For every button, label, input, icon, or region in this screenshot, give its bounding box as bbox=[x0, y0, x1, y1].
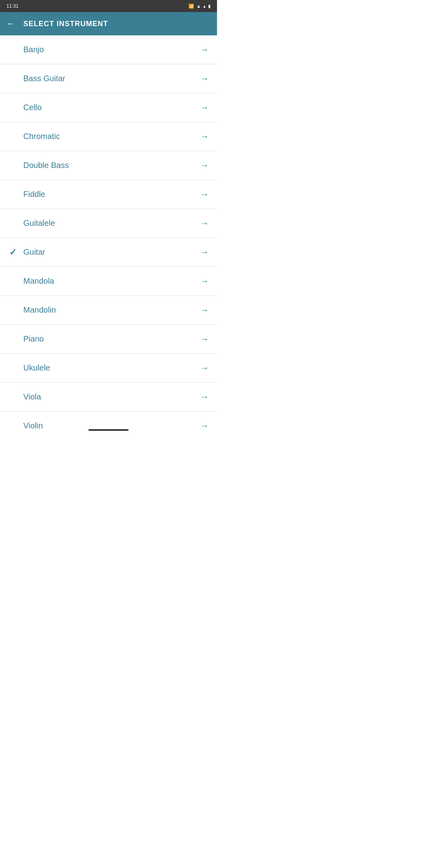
instrument-name-chromatic: Chromatic bbox=[23, 132, 60, 141]
instrument-item-cello[interactable]: ✓Cello→ bbox=[0, 93, 217, 122]
instrument-item-fiddle[interactable]: ✓Fiddle→ bbox=[0, 180, 217, 209]
arrow-icon-banjo: → bbox=[200, 45, 209, 55]
instrument-name-piano: Piano bbox=[23, 334, 44, 344]
instrument-item-viola[interactable]: ✓Viola→ bbox=[0, 383, 217, 411]
status-time: 11:31 bbox=[6, 3, 18, 9]
back-button[interactable]: ← bbox=[6, 18, 15, 29]
instrument-item-bass-guitar[interactable]: ✓Bass Guitar→ bbox=[0, 64, 217, 93]
instrument-item-guitar[interactable]: ✓Guitar→ bbox=[0, 238, 217, 267]
instrument-item-mandola[interactable]: ✓Mandola→ bbox=[0, 267, 217, 296]
instrument-item-double-bass[interactable]: ✓Double Bass→ bbox=[0, 151, 217, 180]
arrow-icon-double-bass: → bbox=[200, 160, 209, 171]
instrument-item-banjo[interactable]: ✓Banjo→ bbox=[0, 35, 217, 64]
instrument-name-ukulele: Ukulele bbox=[23, 363, 50, 373]
battery-icon: ▮ bbox=[208, 4, 211, 9]
sim-icon: 📶 bbox=[188, 4, 194, 9]
instrument-name-double-bass: Double Bass bbox=[23, 161, 69, 170]
arrow-icon-fiddle: → bbox=[200, 189, 209, 200]
instrument-name-viola: Viola bbox=[23, 392, 41, 401]
arrow-icon-mandolin: → bbox=[200, 305, 209, 315]
arrow-icon-mandola: → bbox=[200, 276, 209, 287]
instrument-list: ✓Banjo→✓Bass Guitar→✓Cello→✓Chromatic→✓D… bbox=[0, 35, 217, 434]
instrument-name-bass-guitar: Bass Guitar bbox=[23, 74, 65, 83]
arrow-icon-viola: → bbox=[200, 392, 209, 402]
instrument-name-fiddle: Fiddle bbox=[23, 190, 45, 199]
arrow-icon-guitar: → bbox=[200, 247, 209, 258]
home-indicator bbox=[88, 429, 129, 431]
instrument-item-piano[interactable]: ✓Piano→ bbox=[0, 325, 217, 354]
instrument-name-guitar: Guitar bbox=[23, 248, 45, 257]
status-bar: 11:31 📶 ▲ ▴ ▮ bbox=[0, 0, 217, 12]
status-icons: 📶 ▲ ▴ ▮ bbox=[188, 4, 211, 9]
instrument-name-mandola: Mandola bbox=[23, 276, 54, 286]
arrow-icon-chromatic: → bbox=[200, 131, 209, 142]
arrow-icon-piano: → bbox=[200, 334, 209, 344]
instrument-item-chromatic[interactable]: ✓Chromatic→ bbox=[0, 122, 217, 151]
instrument-name-mandolin: Mandolin bbox=[23, 305, 56, 315]
instrument-name-violin: Violin bbox=[23, 421, 43, 430]
wifi-icon: ▲ bbox=[197, 4, 201, 8]
page-title: SELECT INSTRUMENT bbox=[23, 20, 108, 28]
arrow-icon-guitalele: → bbox=[200, 218, 209, 229]
instrument-name-guitalele: Guitalele bbox=[23, 219, 55, 228]
arrow-icon-violin: → bbox=[200, 421, 209, 431]
signal-icon: ▴ bbox=[203, 4, 206, 9]
instrument-item-ukulele[interactable]: ✓Ukulele→ bbox=[0, 354, 217, 383]
checkmark-guitar: ✓ bbox=[8, 247, 18, 258]
instrument-item-mandolin[interactable]: ✓Mandolin→ bbox=[0, 296, 217, 325]
arrow-icon-ukulele: → bbox=[200, 363, 209, 373]
header: ← SELECT INSTRUMENT bbox=[0, 12, 217, 35]
instrument-name-cello: Cello bbox=[23, 103, 42, 112]
instrument-item-guitalele[interactable]: ✓Guitalele→ bbox=[0, 209, 217, 238]
arrow-icon-cello: → bbox=[200, 102, 209, 113]
instrument-name-banjo: Banjo bbox=[23, 45, 44, 54]
arrow-icon-bass-guitar: → bbox=[200, 74, 209, 84]
